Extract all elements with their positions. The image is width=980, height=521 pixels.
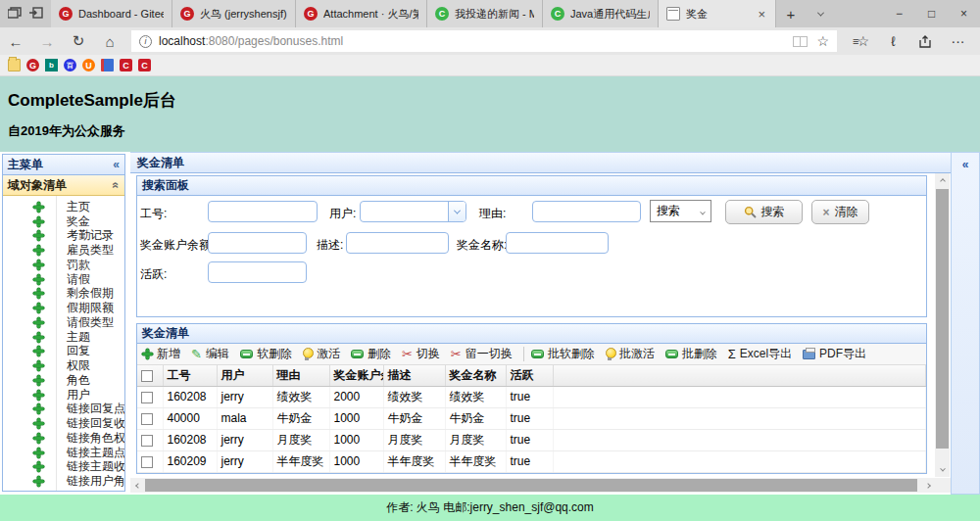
east-collapsed-panel[interactable]: «	[951, 152, 980, 495]
activate-button[interactable]: 激活	[303, 346, 340, 362]
clear-button[interactable]: × 清除	[811, 200, 869, 224]
col-balance[interactable]: 奖金账户余额	[329, 365, 383, 386]
toggle-button[interactable]: ✂切换	[402, 346, 440, 362]
bookmark-baidu-icon[interactable]: 百	[64, 59, 76, 71]
table-row[interactable]: 160209 jerry 半年度奖 1000 半年度奖 半年度奖 true	[137, 450, 926, 472]
sidebar-item-user[interactable]: 用户	[3, 388, 124, 403]
more-actions-icon[interactable]: ···	[942, 33, 974, 49]
tab-attachment[interactable]: G Attachment · 火鸟/第三	[296, 0, 427, 27]
forward-icon[interactable]: →	[31, 33, 63, 50]
horizontal-scrollbar[interactable]	[130, 478, 935, 493]
col-active[interactable]: 活跃	[506, 365, 553, 386]
url-input[interactable]: i localhost:8080/pages/bonuses.html ☆	[131, 30, 837, 52]
sidebar-item-employee-type[interactable]: 雇员类型	[3, 243, 124, 258]
bookmark-uc-icon[interactable]: U	[82, 59, 95, 71]
sidebar-item-link-reply-like-user[interactable]: 链接回复点赞用户	[3, 403, 124, 417]
scroll-up-arrow[interactable]	[935, 173, 950, 188]
bookmark-gitee-icon[interactable]: G	[26, 59, 39, 71]
refresh-icon[interactable]: ↻	[63, 32, 94, 50]
sidebar-item-attendance[interactable]: 考勤记录	[3, 229, 124, 244]
col-description[interactable]: 描述	[383, 365, 445, 386]
sidebar-item-link-topic-fav-user[interactable]: 链接主题收藏用户	[3, 460, 124, 475]
col-bonus-name[interactable]: 奖金名称	[445, 365, 506, 386]
user-combobox[interactable]	[360, 201, 466, 222]
excel-export-button[interactable]: ΣExcel导出	[728, 346, 792, 362]
row-checkbox[interactable]	[141, 413, 153, 425]
vertical-scroll-thumb[interactable]	[936, 189, 949, 449]
tab-preview-icon[interactable]	[29, 7, 43, 22]
batch-activate-button[interactable]: 批激活	[606, 346, 655, 362]
sidebar-item-link-user-role[interactable]: 链接用户角色	[3, 474, 124, 489]
share-icon[interactable]	[909, 35, 942, 48]
set-tabs-aside-icon[interactable]	[8, 7, 22, 22]
bookmark-folder-icon[interactable]	[8, 59, 21, 71]
sidebar-item-topic[interactable]: 主题	[3, 330, 124, 345]
edit-button[interactable]: ✎编辑	[191, 346, 229, 362]
east-expand-icon[interactable]: «	[962, 158, 969, 494]
scroll-right-arrow[interactable]	[920, 478, 935, 493]
scroll-left-arrow[interactable]	[130, 478, 145, 493]
tab-close-icon[interactable]: ×	[756, 7, 767, 22]
bookmark-csdn-icon[interactable]: C	[120, 59, 132, 71]
table-row[interactable]: 160208 jerry 月度奖 1000 月度奖 月度奖 true	[137, 429, 926, 450]
tab-list-dropdown-icon[interactable]	[806, 0, 835, 27]
keep-one-toggle-button[interactable]: ✂留一切换	[451, 346, 513, 362]
tab-huoniao-git[interactable]: G 火鸟 (jerryshensjf) - Git	[172, 0, 296, 27]
row-checkbox[interactable]	[141, 392, 153, 403]
employee-no-field[interactable]	[208, 201, 318, 222]
combobox-arrow-icon[interactable]	[448, 202, 466, 221]
sidebar-item-leave-quota[interactable]: 假期限额	[3, 301, 124, 315]
site-info-icon[interactable]: i	[139, 35, 152, 48]
sidebar-item-fine[interactable]: 罚款	[3, 258, 124, 272]
row-checkbox[interactable]	[141, 435, 153, 447]
sidebar-item-link-topic-like-user[interactable]: 链接主题点赞用户	[3, 446, 124, 460]
tab-dashboard-gitee[interactable]: G Dashboard - Gitee	[51, 0, 172, 27]
table-row[interactable]: 160208 jerry 绩效奖 2000 绩效奖 绩效奖 true	[137, 386, 926, 407]
sidebar-item-link-reply-fav-user[interactable]: 链接回复收藏用户	[3, 416, 124, 431]
select-all-checkbox[interactable]	[141, 370, 153, 382]
search-button[interactable]: 搜索	[725, 200, 803, 224]
accordion-header-domain-objects[interactable]: 域对象清单 «	[3, 175, 124, 196]
sidebar-item-leave[interactable]: 请假	[3, 272, 124, 287]
col-employee-no[interactable]: 工号	[163, 365, 217, 386]
soft-delete-button[interactable]: 软删除	[240, 346, 292, 362]
sidebar-item-reply[interactable]: 回复	[3, 345, 124, 359]
bookmark-bing-icon[interactable]: b	[45, 59, 58, 71]
search-type-select[interactable]: 搜索	[650, 200, 711, 222]
tab-news[interactable]: C 我投递的新闻 - MS&A(	[427, 0, 543, 27]
horizontal-scroll-thumb[interactable]	[145, 479, 917, 492]
sidebar-collapse-icon[interactable]: «	[113, 158, 120, 171]
sidebar-item-bonus[interactable]: 奖金	[3, 214, 124, 229]
tab-bonuses-active[interactable]: 奖金 ×	[659, 0, 776, 27]
home-icon[interactable]: ⌂	[94, 33, 125, 50]
favorite-star-icon[interactable]: ☆	[816, 33, 829, 49]
col-user[interactable]: 用户	[217, 365, 272, 386]
batch-delete-button[interactable]: 批删除	[665, 346, 717, 362]
reason-field[interactable]	[532, 201, 641, 222]
active-field[interactable]	[208, 261, 307, 283]
sidebar-item-home[interactable]: 主页	[3, 200, 124, 214]
favorites-hub-icon[interactable]: ≡☆	[845, 33, 877, 49]
tab-java-generator[interactable]: C Java通用代码生成器光	[543, 0, 659, 27]
bookmark-notebook-icon[interactable]	[101, 59, 114, 71]
bookmark-csdn-icon-2[interactable]: C	[138, 59, 151, 71]
new-tab-button[interactable]: +	[776, 0, 806, 27]
sidebar-item-permission[interactable]: 权限	[3, 358, 124, 373]
web-note-pen-icon[interactable]: ℓ	[877, 33, 909, 49]
row-checkbox[interactable]	[141, 456, 153, 468]
sidebar-item-role[interactable]: 角色	[3, 373, 124, 388]
sidebar-item-remaining-leave[interactable]: 剩余假期	[3, 287, 124, 302]
sidebar-item-leave-type[interactable]: 请假类型	[3, 315, 124, 330]
table-row[interactable]: 40000 mala 牛奶金 1000 牛奶金 牛奶金 true	[137, 407, 926, 429]
scroll-down-arrow[interactable]	[935, 462, 950, 477]
col-reason[interactable]: 理由	[272, 365, 329, 386]
description-field[interactable]	[346, 232, 449, 254]
sidebar-item-link-role-permission[interactable]: 链接角色权限	[3, 431, 124, 446]
add-button[interactable]: 新增	[142, 346, 180, 362]
batch-soft-delete-button[interactable]: 批软删除	[531, 346, 595, 362]
accordion-collapse-icon[interactable]: «	[110, 182, 123, 189]
minimize-button[interactable]: −	[883, 0, 915, 27]
vertical-scrollbar[interactable]	[935, 173, 950, 477]
balance-field[interactable]	[208, 232, 307, 254]
delete-button[interactable]: 删除	[351, 346, 391, 362]
